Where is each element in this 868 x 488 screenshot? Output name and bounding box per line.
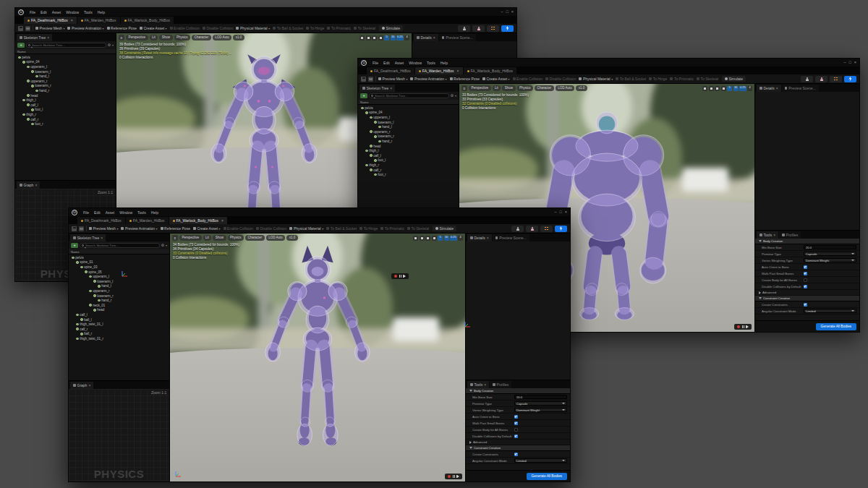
step-forward-icon[interactable] <box>457 475 459 478</box>
menu-item[interactable]: Help <box>149 210 161 215</box>
toolbar-button[interactable]: To Ball & Socket ▾ <box>273 26 303 30</box>
tab-preview-scene[interactable]: Preview Scene... <box>493 234 529 241</box>
close-icon[interactable]: × <box>88 383 90 388</box>
toolbar-button[interactable]: Create Asset ▾ <box>193 226 221 231</box>
toolbar-button[interactable]: Disable Collision ▾ <box>203 26 233 30</box>
viewport-option-pill[interactable]: Perspective <box>469 85 491 91</box>
rotate-icon[interactable] <box>372 35 377 40</box>
select-icon[interactable] <box>413 236 418 241</box>
tab-profiles[interactable]: Profiles <box>490 381 511 388</box>
tab-skeleton-tree[interactable]: Skeleton Tree × <box>359 85 395 92</box>
value-input[interactable]: 20.0 <box>514 395 567 400</box>
move-icon[interactable] <box>709 86 714 91</box>
tab-details[interactable]: Details × <box>414 34 438 41</box>
toolbar-button[interactable]: To Skeletal ▾ <box>407 226 429 231</box>
toolbar-button[interactable]: Disable Collision ▾ <box>545 77 576 81</box>
bone-tree-item[interactable]: lowerarm_l <box>69 279 169 284</box>
toolbar-button[interactable]: Enable Collision ▾ <box>513 77 542 81</box>
add-button[interactable]: + <box>71 243 78 248</box>
mesh-mode[interactable] <box>526 226 538 232</box>
scale-icon[interactable] <box>432 236 437 241</box>
bone-tree-item[interactable]: hand_r <box>15 88 116 93</box>
menu-item[interactable]: File <box>370 61 380 65</box>
gear-icon[interactable]: ⚙ <box>108 43 111 47</box>
property-row[interactable]: Constraint Creation <box>466 445 570 451</box>
property-row[interactable]: Create Body for All Bones <box>755 277 859 283</box>
scale-icon[interactable] <box>721 86 726 91</box>
menu-item[interactable]: Tools <box>425 61 438 65</box>
bone-tree-item[interactable]: foot_l <box>358 158 459 163</box>
menu-item[interactable]: Tools <box>135 210 148 215</box>
property-row[interactable]: Advanced <box>755 290 859 296</box>
value-checkbox[interactable] <box>514 415 567 419</box>
viewport-menu-icon[interactable]: ≡ <box>172 235 178 241</box>
property-row[interactable]: Auto Orient to Bone <box>466 414 570 420</box>
toolbar-button[interactable]: Preview Mesh ▾ <box>89 226 118 231</box>
asset-tab[interactable]: FA_Deathmark_HitBox × <box>367 67 414 74</box>
value-checkbox[interactable] <box>514 453 567 456</box>
asset-tab[interactable]: FA_Warlock_Body_HitBox × <box>464 67 516 74</box>
property-row[interactable]: Advanced <box>466 440 570 445</box>
bone-tree-item[interactable]: lowerarm_r <box>69 294 169 299</box>
value-select[interactable]: Dominant Weight <box>804 258 856 263</box>
menu-item[interactable]: Asset <box>50 10 64 14</box>
viewport-option-pill[interactable]: Show <box>502 85 515 91</box>
toolbar-button[interactable]: To Prismatic ▾ <box>380 226 404 231</box>
toolbar-button[interactable]: Physical Material ▾ <box>289 226 323 231</box>
bone-tree-item[interactable]: calf_l <box>358 153 459 158</box>
viewport-option-pill[interactable]: Character <box>245 235 265 241</box>
property-row[interactable]: Create Constraints <box>755 301 859 308</box>
bone-tree-item[interactable]: hand_r <box>358 139 459 144</box>
close-icon[interactable]: × <box>433 35 435 40</box>
mesh-mode[interactable] <box>815 76 827 82</box>
property-row[interactable]: Disable Collisions by Default <box>466 433 570 440</box>
bone-tree-item[interactable]: head <box>15 93 116 98</box>
close-button[interactable]: × <box>565 210 567 215</box>
bone-tree-item[interactable]: upperarm_r <box>69 288 169 294</box>
property-row[interactable]: Primitive Type Capsule Capsule <box>466 401 570 407</box>
value-checkbox[interactable] <box>804 285 856 288</box>
property-row[interactable]: Body Creation <box>466 388 570 394</box>
bone-tree-item[interactable]: upperarm_r <box>15 79 116 84</box>
rotate-icon[interactable] <box>715 86 720 91</box>
bone-tree-item[interactable]: thigh_l <box>358 148 459 153</box>
property-row[interactable]: Walk Past Small Bones <box>466 420 570 427</box>
bone-tree-item[interactable]: lowerarm_l <box>358 120 459 125</box>
bone-tree-item[interactable]: ball_l <box>69 317 169 322</box>
property-row[interactable]: Vertex Weighting Type Dominant Weight Do… <box>755 257 859 264</box>
property-row[interactable]: Create Body for All Bones <box>466 427 570 433</box>
scale-snap-icon[interactable]: 0.25 <box>450 236 456 241</box>
property-row[interactable]: Primitive Type Capsule Capsule <box>755 251 859 257</box>
skeleton-mode[interactable] <box>458 25 470 32</box>
gear-icon[interactable]: ⚙ <box>161 244 164 247</box>
bone-tree-item[interactable]: hand_r <box>69 298 169 303</box>
bone-tree-item[interactable]: upperarm_l <box>358 115 459 120</box>
grid-snap-icon[interactable]: 5 <box>384 35 389 40</box>
rotation-snap-icon[interactable]: 10 <box>733 86 739 91</box>
bone-tree-item[interactable]: spine_05 <box>69 270 169 275</box>
close-icon[interactable]: × <box>35 183 37 187</box>
toolbar-button[interactable]: To Hinge ▾ <box>306 26 324 30</box>
value-checkbox[interactable] <box>804 272 856 275</box>
asset-tab[interactable]: FA_Warlock_Body_HitBox × <box>121 17 174 24</box>
close-icon[interactable]: × <box>773 233 775 237</box>
viewport-menu-icon[interactable]: ≡ <box>461 85 467 91</box>
tab-skeleton-tree[interactable]: Skeleton Tree × <box>70 234 106 241</box>
menu-item[interactable]: Asset <box>103 210 117 215</box>
bone-tree-item[interactable]: spine_04 <box>15 60 116 65</box>
gear-icon[interactable]: ⚙ <box>451 94 454 98</box>
bone-tree-item[interactable]: neck_01 <box>69 303 169 308</box>
tab-graph[interactable]: Graph × <box>70 382 93 389</box>
viewport-option-pill[interactable]: Lit <box>493 85 501 91</box>
bone-tree-item[interactable]: pelvis <box>358 106 459 111</box>
viewport-option-pill[interactable]: Show <box>159 35 172 40</box>
asset-tab[interactable]: FA_Deathmark_HitBox × <box>77 217 125 224</box>
animation-mode[interactable] <box>830 76 842 82</box>
viewport-option-pill[interactable]: LOD Auto <box>266 235 286 241</box>
value-checkbox[interactable] <box>514 421 567 425</box>
tab-tools[interactable]: Tools × <box>757 231 778 239</box>
bone-tree-item[interactable]: calf_r <box>15 117 116 122</box>
menu-item[interactable]: Window <box>407 61 424 65</box>
maximize-button[interactable]: □ <box>559 210 561 215</box>
toolbar-button[interactable]: To Hinge ▾ <box>649 77 667 81</box>
